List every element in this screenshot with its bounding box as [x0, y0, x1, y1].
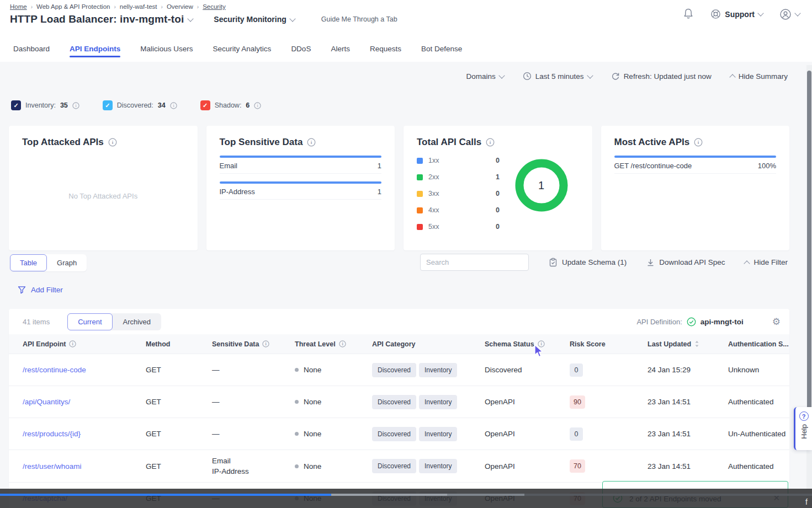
- category-pill[interactable]: Inventory: [419, 395, 457, 409]
- toggle-archived[interactable]: Archived: [113, 313, 162, 330]
- category-pill[interactable]: Inventory: [419, 363, 457, 377]
- breadcrumb-separator: ›: [161, 4, 163, 10]
- tab-dashboard[interactable]: Dashboard: [13, 37, 50, 60]
- info-icon[interactable]: i: [307, 138, 316, 147]
- sensitive-data-row[interactable]: IP-Address 1: [220, 181, 382, 200]
- info-icon[interactable]: i: [69, 340, 76, 347]
- legend-row-3xx[interactable]: 3xx0: [417, 190, 500, 197]
- api-definition-value[interactable]: api-mngt-toi: [700, 318, 744, 326]
- endpoint-link[interactable]: /rest/products/{id}: [14, 424, 137, 443]
- refresh-label: Refresh: Updated just now: [624, 72, 712, 81]
- tab-alerts[interactable]: Alerts: [331, 37, 350, 60]
- discovered-checkbox[interactable]: ✓: [103, 100, 113, 110]
- category-pill[interactable]: Discovered: [372, 363, 416, 377]
- tab-malicious-users[interactable]: Malicious Users: [140, 37, 193, 60]
- category-pill[interactable]: Discovered: [372, 395, 416, 409]
- col-method[interactable]: Method: [137, 340, 203, 348]
- info-icon[interactable]: i: [262, 340, 269, 347]
- info-icon[interactable]: i: [72, 102, 79, 109]
- guide-me-link[interactable]: Guide Me Through a Tab: [321, 15, 397, 23]
- tab-security-analytics[interactable]: Security Analytics: [213, 37, 272, 60]
- category-pill[interactable]: Discovered: [372, 427, 416, 441]
- info-icon[interactable]: i: [339, 340, 346, 347]
- svg-text:i: i: [72, 341, 74, 346]
- col-api-category[interactable]: API Category: [363, 340, 476, 348]
- table-row[interactable]: /api/Quantitys/ GET — None DiscoveredInv…: [9, 386, 789, 418]
- tab-ddos[interactable]: DDoS: [291, 37, 311, 60]
- search-input[interactable]: [420, 254, 529, 271]
- scrollbar-thumb[interactable]: [807, 71, 811, 435]
- tab-requests[interactable]: Requests: [370, 37, 401, 60]
- col-authentication-status[interactable]: Authentication S...: [719, 340, 789, 348]
- current-archived-toggle: Current Archived: [67, 313, 161, 330]
- refresh-button[interactable]: Refresh: Updated just now: [611, 72, 712, 81]
- breadcrumb-home[interactable]: Home: [10, 3, 27, 10]
- help-tab[interactable]: ? Help: [794, 407, 812, 450]
- info-icon[interactable]: i: [170, 102, 177, 109]
- endpoint-link[interactable]: /api/Quantitys/: [14, 392, 137, 411]
- legend-row-4xx[interactable]: 4xx0: [417, 206, 500, 214]
- active-api-value: 100%: [758, 162, 776, 170]
- category-pill[interactable]: Inventory: [419, 459, 457, 473]
- sensitive-data-row[interactable]: Email 1: [220, 156, 382, 174]
- update-schema-button[interactable]: Update Schema (1): [549, 258, 627, 267]
- info-icon[interactable]: i: [694, 138, 703, 147]
- threat-dot-icon: [295, 432, 299, 436]
- category-pill[interactable]: Discovered: [372, 459, 416, 473]
- table-row[interactable]: /rest/continue-code GET — None Discovere…: [9, 354, 789, 386]
- breadcrumb-security[interactable]: Security: [203, 3, 226, 10]
- col-sensitive-data[interactable]: Sensitive Datai: [203, 340, 286, 348]
- table-row[interactable]: /rest/user/whoami GET EmailIP-Address No…: [9, 450, 789, 482]
- toggle-current[interactable]: Current: [67, 313, 112, 330]
- info-icon[interactable]: i: [254, 102, 261, 109]
- endpoint-link[interactable]: /rest/user/whoami: [14, 457, 137, 476]
- breadcrumb-lb[interactable]: nelly-waf-test: [120, 3, 157, 10]
- col-last-updated[interactable]: Last Updated: [639, 340, 719, 348]
- endpoint-link[interactable]: /rest/continue-code: [14, 360, 137, 379]
- time-range-dropdown[interactable]: Last 5 minutes: [523, 72, 592, 81]
- col-schema-status[interactable]: Schema Statusi: [476, 340, 561, 348]
- col-risk-score[interactable]: Risk Score: [561, 340, 639, 348]
- info-icon[interactable]: i: [538, 340, 545, 347]
- legend-row-2xx[interactable]: 2xx1: [417, 173, 500, 181]
- last-updated-cell: 23 Jan 14:51: [639, 424, 719, 443]
- breadcrumb-waap[interactable]: Web App & API Protection: [36, 3, 110, 10]
- account-menu[interactable]: [779, 8, 800, 20]
- breadcrumb-overview[interactable]: Overview: [167, 3, 193, 10]
- add-filter-button[interactable]: Add Filter: [18, 286, 63, 294]
- threat-cell: None: [286, 392, 363, 411]
- sort-icon[interactable]: [694, 340, 699, 347]
- download-api-spec-button[interactable]: Download API Spec: [646, 258, 725, 267]
- notifications-bell-icon[interactable]: [683, 8, 694, 20]
- tab-api-endpoints[interactable]: API Endpoints: [70, 37, 120, 60]
- shadow-checkbox[interactable]: ✓: [200, 100, 210, 110]
- info-icon[interactable]: i: [108, 138, 117, 147]
- table-row[interactable]: /rest/products/{id} GET — None Discovere…: [9, 418, 789, 450]
- view-toggle-graph[interactable]: Graph: [47, 254, 87, 271]
- domains-dropdown[interactable]: Domains: [466, 72, 504, 81]
- video-progress-bar[interactable]: [0, 494, 812, 496]
- view-toggle-table[interactable]: Table: [10, 254, 47, 271]
- filter-inventory[interactable]: ✓ Inventory: 35 i: [11, 100, 79, 110]
- filter-discovered[interactable]: ✓ Discovered: 34 i: [103, 100, 177, 110]
- filter-shadow[interactable]: ✓ Shadow: 6 i: [200, 100, 262, 110]
- monitoring-select[interactable]: Security Monitoring: [214, 15, 294, 24]
- active-api-row[interactable]: GET /rest/continue-code 100%: [614, 156, 777, 174]
- breadcrumb-separator: ›: [114, 4, 115, 10]
- legend-row-1xx[interactable]: 1xx0: [417, 157, 500, 164]
- hide-summary-button[interactable]: Hide Summary: [730, 72, 788, 81]
- hide-filter-label: Hide Filter: [753, 258, 788, 266]
- chevron-down-icon[interactable]: [188, 15, 194, 22]
- col-threat-level[interactable]: Threat Leveli: [286, 340, 363, 348]
- gear-icon[interactable]: ⚙: [772, 316, 781, 328]
- inventory-checkbox[interactable]: ✓: [11, 100, 21, 110]
- category-pill[interactable]: Inventory: [419, 427, 457, 441]
- hide-filter-button[interactable]: Hide Filter: [745, 258, 788, 266]
- api-calls-donut-chart[interactable]: 1: [515, 159, 568, 212]
- tab-bot-defense[interactable]: Bot Defense: [421, 37, 462, 60]
- col-api-endpoint[interactable]: API Endpointi: [14, 340, 137, 348]
- info-icon[interactable]: i: [486, 138, 495, 147]
- legend-row-5xx[interactable]: 5xx0: [417, 223, 500, 231]
- top-header: Home › Web App & API Protection › nelly-…: [0, 0, 812, 34]
- support-menu[interactable]: Support: [710, 9, 763, 19]
